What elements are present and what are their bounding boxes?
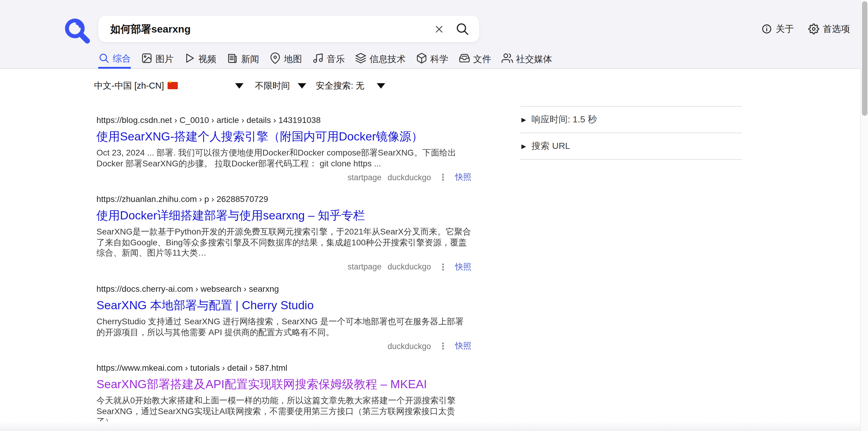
result-footer: duckduckgo 快照 bbox=[96, 341, 471, 351]
result-snippet: Oct 23, 2024 ... 部署. 我们可以很方便地使用Docker和Do… bbox=[96, 148, 471, 169]
cn-flag-icon bbox=[167, 82, 178, 89]
result-item: https://zhuanlan.zhihu.com › p › 2628857… bbox=[96, 193, 471, 273]
response-time-label: 响应时间: 1.5 秒 bbox=[531, 114, 597, 125]
tab-label: 音乐 bbox=[327, 53, 345, 65]
result-menu-icon[interactable] bbox=[439, 173, 447, 181]
tab-social[interactable]: 社交媒体 bbox=[501, 51, 552, 69]
engine-name: duckduckgo bbox=[388, 173, 431, 182]
result-title[interactable]: SearXNG部署搭建及API配置实现联网搜索保姆级教程 – MKEAI bbox=[96, 377, 471, 391]
result-url[interactable]: https://blog.csdn.net › C_0010 › article… bbox=[96, 115, 471, 125]
tab-label: 社交媒体 bbox=[516, 53, 552, 65]
tab-label: 文件 bbox=[473, 53, 491, 65]
search-input[interactable] bbox=[98, 23, 479, 35]
preferences-label: 首选项 bbox=[823, 23, 850, 35]
search-url-label: 搜索 URL bbox=[531, 141, 570, 152]
safesearch-select[interactable]: 安全搜索: 无 bbox=[316, 79, 385, 93]
engine-name: startpage bbox=[347, 263, 381, 272]
collapsed-arrow-icon: ▶ bbox=[521, 116, 526, 123]
result-footer: startpage duckduckgo 快照 bbox=[96, 172, 471, 183]
tab-files[interactable]: 文件 bbox=[459, 51, 491, 69]
language-select[interactable]: 中文-中国 [zh-CN] bbox=[94, 79, 244, 93]
about-label: 关于 bbox=[776, 23, 794, 35]
result-item: https://docs.cherry-ai.com › websearch ›… bbox=[96, 283, 471, 351]
tab-it[interactable]: 信息技术 bbox=[355, 51, 406, 69]
preferences-link[interactable]: 首选项 bbox=[808, 23, 850, 35]
time-range-select[interactable]: 不限时间 bbox=[255, 79, 306, 93]
result-engines: duckduckgo bbox=[388, 341, 431, 350]
box-icon bbox=[416, 53, 427, 66]
safesearch-value: 安全搜索: 无 bbox=[316, 80, 364, 91]
time-range-value: 不限时间 bbox=[255, 80, 290, 91]
image-icon bbox=[141, 53, 153, 66]
result-item: https://blog.csdn.net › C_0010 › article… bbox=[96, 115, 471, 183]
tab-general[interactable]: 综合 bbox=[98, 51, 131, 69]
filter-bar: 中文-中国 [zh-CN] 不限时间 安全搜索: 无 bbox=[0, 79, 542, 93]
result-engines: startpage duckduckgo bbox=[347, 173, 431, 182]
cached-link[interactable]: 快照 bbox=[455, 261, 471, 273]
search-submit-icon[interactable] bbox=[455, 22, 470, 36]
search-icon bbox=[98, 52, 110, 65]
tab-science[interactable]: 科学 bbox=[416, 51, 448, 69]
inbox-icon bbox=[459, 53, 470, 66]
result-item: https://www.mkeai.com › tutorials › deta… bbox=[96, 362, 471, 431]
result-title[interactable]: 使用SearXNG-搭建个人搜索引擎（附国内可用Docker镜像源） bbox=[96, 129, 471, 144]
cached-link[interactable]: 快照 bbox=[455, 172, 471, 183]
search-box bbox=[98, 16, 479, 42]
cached-link[interactable]: 快照 bbox=[455, 341, 471, 351]
engine-name: duckduckgo bbox=[388, 263, 431, 272]
result-snippet: CherryStudio 支持通过 SearXNG 进行网络搜索，SearXNG… bbox=[96, 316, 471, 338]
tab-label: 信息技术 bbox=[370, 53, 406, 65]
chevron-down-icon bbox=[376, 83, 385, 88]
users-icon bbox=[501, 53, 513, 66]
searxng-results-page: 关于 首选项 综合 图片 bbox=[0, 0, 868, 431]
result-url[interactable]: https://docs.cherry-ai.com › websearch ›… bbox=[96, 283, 471, 294]
tab-music[interactable]: 音乐 bbox=[312, 51, 345, 69]
tab-label: 地图 bbox=[284, 53, 302, 65]
collapsed-arrow-icon: ▶ bbox=[521, 143, 526, 150]
about-link[interactable]: 关于 bbox=[761, 23, 794, 35]
tab-label: 视频 bbox=[198, 53, 216, 65]
tab-videos[interactable]: 视频 bbox=[184, 51, 216, 69]
tab-label: 新闻 bbox=[241, 53, 259, 65]
scrollbar-track[interactable] bbox=[860, 0, 868, 431]
results-list: https://blog.csdn.net › C_0010 › article… bbox=[96, 115, 471, 431]
result-snippet: SearXNG是一款基于Python开发的开源免费互联网元搜索引擎，于2021年… bbox=[96, 227, 471, 258]
search-url-toggle[interactable]: ▶ 搜索 URL bbox=[520, 133, 742, 160]
gear-icon bbox=[808, 24, 819, 34]
top-nav: 关于 首选项 bbox=[761, 0, 850, 58]
tab-label: 综合 bbox=[113, 53, 131, 64]
result-url[interactable]: https://zhuanlan.zhihu.com › p › 2628857… bbox=[96, 193, 471, 204]
result-engines: startpage duckduckgo bbox=[347, 263, 431, 272]
response-time-toggle[interactable]: ▶ 响应时间: 1.5 秒 bbox=[520, 106, 742, 133]
result-title[interactable]: SearXNG 本地部署与配置 | Cherry Studio bbox=[96, 298, 471, 312]
video-icon bbox=[184, 53, 195, 66]
chevron-down-icon bbox=[298, 83, 306, 88]
tab-label: 科学 bbox=[430, 53, 448, 65]
category-tabs: 综合 图片 视频 新闻 bbox=[98, 51, 552, 69]
result-title[interactable]: 使用Docker详细搭建部署与使用searxng – 知乎专栏 bbox=[96, 208, 471, 222]
tab-map[interactable]: 地图 bbox=[270, 51, 302, 69]
result-footer: startpage duckduckgo 快照 bbox=[96, 261, 471, 273]
engine-name: duckduckgo bbox=[388, 341, 431, 350]
clear-search-icon[interactable] bbox=[432, 22, 445, 36]
result-menu-icon[interactable] bbox=[439, 342, 447, 350]
engine-name: startpage bbox=[347, 173, 381, 182]
tab-news[interactable]: 新闻 bbox=[227, 51, 259, 69]
language-value: 中文-中国 [zh-CN] bbox=[94, 80, 178, 91]
page-footer-edge bbox=[0, 421, 868, 431]
info-icon bbox=[761, 24, 772, 34]
results-sidebar: ▶ 响应时间: 1.5 秒 ▶ 搜索 URL bbox=[520, 106, 742, 160]
result-menu-icon[interactable] bbox=[439, 263, 447, 271]
searxng-logo-icon[interactable] bbox=[63, 16, 90, 44]
news-icon bbox=[227, 53, 238, 66]
result-url[interactable]: https://www.mkeai.com › tutorials › deta… bbox=[96, 362, 471, 373]
tab-label: 图片 bbox=[156, 53, 174, 65]
layers-icon bbox=[355, 53, 367, 66]
chevron-down-icon bbox=[235, 83, 244, 88]
scrollbar-thumb[interactable] bbox=[862, 1, 867, 116]
tab-images[interactable]: 图片 bbox=[141, 51, 174, 69]
music-icon bbox=[312, 53, 324, 66]
map-pin-icon bbox=[270, 53, 281, 66]
